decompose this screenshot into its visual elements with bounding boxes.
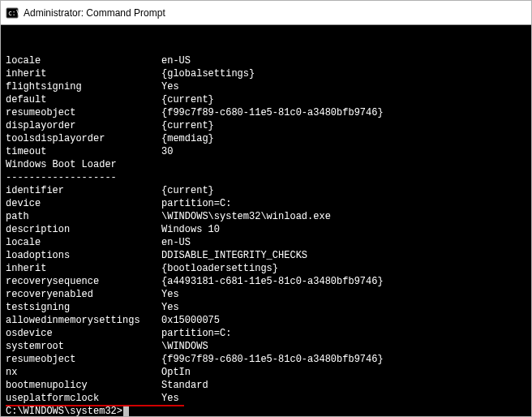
output-value: partition=C: bbox=[161, 327, 526, 340]
output-line-s2-12: systemroot\WINDOWS bbox=[6, 340, 526, 353]
output-value: {bootloadersettings} bbox=[161, 262, 526, 275]
output-value: Standard bbox=[161, 379, 526, 392]
output-key: allowedinmemorysettings bbox=[6, 314, 161, 327]
output-value: DDISABLE_INTEGRITY_CHECKS bbox=[161, 249, 526, 262]
output-line-s1-3: default{current} bbox=[6, 93, 526, 106]
output-value: {memdiag} bbox=[161, 132, 526, 145]
output-line-s1-6: toolsdisplayorder{memdiag} bbox=[6, 132, 526, 145]
output-key: locale bbox=[6, 54, 161, 67]
output-value: Yes bbox=[161, 392, 526, 405]
output-key: inherit bbox=[6, 262, 161, 275]
output-key: recoveryenabled bbox=[6, 288, 161, 301]
output-value: Yes bbox=[161, 301, 526, 314]
output-key: osdevice bbox=[6, 327, 161, 340]
output-key: description bbox=[6, 223, 161, 236]
output-value: \WINDOWS\system32\winload.exe bbox=[161, 210, 526, 223]
output-line-s1-2: flightsigningYes bbox=[6, 80, 526, 93]
output-line-s2-13: resumeobject{f99c7f89-c680-11e5-81c0-a34… bbox=[6, 353, 526, 366]
output-value: en-US bbox=[161, 54, 526, 67]
output-line-s2-2: path\WINDOWS\system32\winload.exe bbox=[6, 210, 526, 223]
output-line-s2-16: useplatformclockYes bbox=[6, 392, 526, 405]
output-key: flightsigning bbox=[6, 80, 161, 93]
output-key: device bbox=[6, 197, 161, 210]
output-line-s2-0: identifier{current} bbox=[6, 184, 526, 197]
output-value: en-US bbox=[161, 236, 526, 249]
output-line-s2-6: inherit{bootloadersettings} bbox=[6, 262, 526, 275]
output-key: identifier bbox=[6, 184, 161, 197]
output-line-s2-9: testsigningYes bbox=[6, 301, 526, 314]
svg-text:c:\: c:\ bbox=[8, 10, 19, 17]
output-value: {globalsettings} bbox=[161, 67, 526, 80]
output-key: locale bbox=[6, 236, 161, 249]
output-key: testsigning bbox=[6, 301, 161, 314]
output-key: toolsdisplayorder bbox=[6, 132, 161, 145]
output-line-s2-11: osdevicepartition=C: bbox=[6, 327, 526, 340]
output-value: {current} bbox=[161, 119, 526, 132]
output-value: partition=C: bbox=[161, 197, 526, 210]
output-line-s2-4: localeen-US bbox=[6, 236, 526, 249]
output-value: {a4493181-c681-11e5-81c0-a3480bfb9746} bbox=[161, 275, 526, 288]
output-key: default bbox=[6, 93, 161, 106]
output-key: resumeobject bbox=[6, 353, 161, 366]
output-key: resumeobject bbox=[6, 106, 161, 119]
highlight-underline bbox=[6, 405, 184, 406]
output-line-s2-14: nxOptIn bbox=[6, 366, 526, 379]
output-key: path bbox=[6, 210, 161, 223]
output-value: 30 bbox=[161, 145, 526, 158]
output-value: \WINDOWS bbox=[161, 340, 526, 353]
cmd-icon: c:\ bbox=[6, 6, 19, 19]
output-value: Yes bbox=[161, 80, 526, 93]
prompt-line[interactable]: C:\WINDOWS\system32> bbox=[6, 405, 526, 416]
output-line-s1-1: inherit{globalsettings} bbox=[6, 67, 526, 80]
output-value: Yes bbox=[161, 288, 526, 301]
prompt-text: C:\WINDOWS\system32> bbox=[6, 406, 122, 416]
output-key: loadoptions bbox=[6, 249, 161, 262]
output-value: {f99c7f89-c680-11e5-81c0-a3480bfb9746} bbox=[161, 106, 526, 119]
command-prompt-window: c:\ Administrator: Command Prompt locale… bbox=[0, 0, 532, 417]
output-key: useplatformclock bbox=[6, 392, 161, 405]
output-key: recoverysequence bbox=[6, 275, 161, 288]
output-key: nx bbox=[6, 366, 161, 379]
output-key: inherit bbox=[6, 67, 161, 80]
output-line-s2-10: allowedinmemorysettings0x15000075 bbox=[6, 314, 526, 327]
output-line-s1-7: timeout30 bbox=[6, 145, 526, 158]
boot-loader-header: Windows Boot Loader bbox=[6, 158, 526, 171]
output-value: {current} bbox=[161, 184, 526, 197]
terminal-area[interactable]: localeen-USinherit{globalsettings}flight… bbox=[1, 25, 531, 416]
title-bar[interactable]: c:\ Administrator: Command Prompt bbox=[1, 1, 531, 25]
output-key: systemroot bbox=[6, 340, 161, 353]
output-value: {current} bbox=[161, 93, 526, 106]
output-line-s2-15: bootmenupolicyStandard bbox=[6, 379, 526, 392]
output-line-s2-3: descriptionWindows 10 bbox=[6, 223, 526, 236]
output-line-s1-0: localeen-US bbox=[6, 54, 526, 67]
output-key: timeout bbox=[6, 145, 161, 158]
cursor bbox=[123, 406, 129, 416]
output-line-s1-5: displayorder{current} bbox=[6, 119, 526, 132]
output-value: {f99c7f89-c680-11e5-81c0-a3480bfb9746} bbox=[161, 353, 526, 366]
output-line-s1-4: resumeobject{f99c7f89-c680-11e5-81c0-a34… bbox=[6, 106, 526, 119]
output-key: bootmenupolicy bbox=[6, 379, 161, 392]
output-value: OptIn bbox=[161, 366, 526, 379]
output-value: Windows 10 bbox=[161, 223, 526, 236]
output-line-s2-8: recoveryenabledYes bbox=[6, 288, 526, 301]
output-line-s2-7: recoverysequence{a4493181-c681-11e5-81c0… bbox=[6, 275, 526, 288]
window-title: Administrator: Command Prompt bbox=[24, 7, 165, 19]
boot-loader-divider: ------------------- bbox=[6, 171, 526, 184]
output-line-s2-1: devicepartition=C: bbox=[6, 197, 526, 210]
output-value: 0x15000075 bbox=[161, 314, 526, 327]
output-key: displayorder bbox=[6, 119, 161, 132]
output-line-s2-5: loadoptionsDDISABLE_INTEGRITY_CHECKS bbox=[6, 249, 526, 262]
